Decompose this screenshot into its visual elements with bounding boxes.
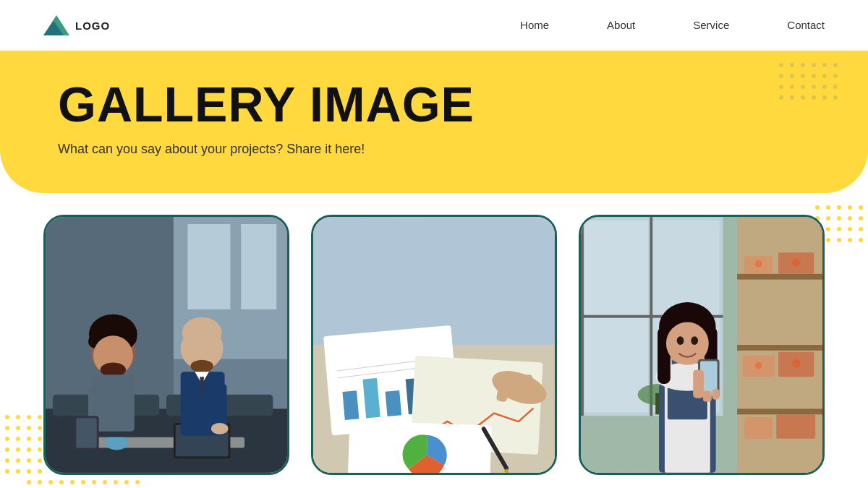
- svg-point-154: [666, 322, 709, 365]
- svg-point-68: [848, 238, 852, 242]
- svg-point-12: [822, 74, 827, 78]
- svg-point-166: [70, 480, 75, 484]
- svg-point-16: [801, 85, 805, 89]
- svg-rect-82: [106, 437, 127, 446]
- svg-rect-73: [241, 224, 276, 309]
- svg-point-32: [27, 426, 31, 430]
- gallery-image-team: [46, 217, 287, 473]
- svg-rect-140: [744, 417, 773, 438]
- svg-point-18: [822, 85, 827, 89]
- svg-point-133: [755, 260, 762, 267]
- svg-point-15: [790, 85, 794, 89]
- nav-link-home[interactable]: Home: [520, 19, 549, 31]
- svg-point-40: [27, 448, 31, 452]
- svg-point-4: [801, 63, 805, 67]
- svg-point-11: [812, 74, 816, 78]
- svg-point-3: [790, 63, 794, 67]
- svg-point-22: [801, 95, 805, 100]
- svg-point-38: [5, 448, 9, 452]
- svg-point-35: [16, 437, 20, 441]
- svg-point-8: [779, 74, 783, 78]
- svg-rect-105: [342, 390, 359, 420]
- svg-point-48: [27, 469, 31, 474]
- svg-point-49: [38, 469, 42, 474]
- svg-point-67: [837, 238, 841, 242]
- gallery-section: [0, 193, 868, 488]
- logo-icon: [43, 15, 69, 35]
- svg-point-6: [822, 63, 827, 67]
- svg-point-10: [801, 74, 805, 78]
- svg-point-165: [59, 480, 64, 484]
- svg-point-25: [833, 95, 838, 100]
- svg-point-59: [859, 216, 863, 221]
- svg-rect-92: [76, 418, 96, 448]
- svg-point-41: [38, 448, 42, 452]
- svg-point-24: [822, 95, 827, 100]
- svg-rect-159: [693, 369, 704, 398]
- svg-rect-131: [737, 408, 822, 414]
- svg-point-50: [815, 205, 820, 210]
- svg-point-39: [16, 448, 20, 452]
- svg-point-21: [790, 95, 794, 100]
- svg-point-54: [859, 205, 863, 210]
- svg-rect-141: [776, 414, 815, 438]
- nav-links: Home About Service Contact: [520, 19, 825, 32]
- svg-point-171: [124, 480, 129, 484]
- gallery-card-charts: [311, 215, 557, 475]
- svg-point-31: [16, 426, 20, 430]
- logo-text: LOGO: [75, 20, 110, 32]
- svg-point-43: [16, 458, 20, 463]
- svg-point-20: [779, 95, 783, 100]
- svg-point-19: [833, 85, 838, 89]
- hero-dots-decoration: [774, 58, 846, 108]
- svg-point-156: [691, 336, 698, 345]
- svg-rect-72: [187, 224, 230, 309]
- svg-point-57: [837, 216, 841, 221]
- svg-point-167: [81, 480, 85, 484]
- svg-point-47: [16, 469, 20, 474]
- svg-point-88: [101, 363, 126, 377]
- svg-rect-161: [712, 389, 720, 400]
- svg-point-37: [38, 437, 42, 441]
- svg-point-164: [48, 480, 53, 484]
- navbar: LOGO Home About Service Contact: [0, 0, 868, 51]
- svg-point-28: [27, 415, 31, 419]
- svg-point-69: [859, 238, 863, 242]
- gallery-image-woman: [581, 217, 822, 473]
- hero-subtitle: What can you say about your projects? Sh…: [58, 142, 810, 157]
- svg-point-42: [5, 458, 9, 463]
- nav-item-service[interactable]: Service: [693, 19, 729, 32]
- nav-link-service[interactable]: Service: [693, 19, 729, 31]
- hero-title: GALLERY IMAGE: [58, 80, 810, 129]
- svg-point-64: [859, 227, 863, 231]
- dots-bottom-row: [22, 475, 166, 488]
- svg-point-26: [5, 415, 9, 419]
- svg-point-36: [27, 437, 31, 441]
- logo-area: LOGO: [43, 15, 110, 35]
- svg-point-163: [38, 480, 42, 484]
- nav-item-about[interactable]: About: [607, 19, 635, 32]
- nav-item-contact[interactable]: Contact: [787, 19, 825, 32]
- svg-point-58: [848, 216, 852, 221]
- svg-point-101: [211, 423, 229, 435]
- gallery-card-woman: [579, 215, 825, 475]
- svg-point-33: [38, 426, 42, 430]
- nav-link-about[interactable]: About: [607, 19, 635, 31]
- svg-point-7: [833, 63, 838, 67]
- hero-banner: GALLERY IMAGE What can you say about you…: [0, 51, 868, 193]
- svg-point-155: [677, 336, 684, 345]
- svg-point-29: [38, 415, 42, 419]
- svg-point-17: [812, 85, 816, 89]
- svg-point-45: [38, 458, 42, 463]
- svg-point-137: [755, 362, 762, 369]
- svg-point-61: [826, 227, 830, 231]
- nav-item-home[interactable]: Home: [520, 19, 549, 32]
- nav-link-contact[interactable]: Contact: [787, 19, 825, 31]
- svg-point-162: [27, 480, 31, 484]
- svg-point-5: [812, 63, 816, 67]
- svg-point-66: [826, 238, 830, 242]
- svg-point-135: [792, 258, 801, 267]
- svg-point-172: [135, 480, 140, 484]
- svg-point-53: [848, 205, 852, 210]
- svg-point-13: [833, 74, 838, 78]
